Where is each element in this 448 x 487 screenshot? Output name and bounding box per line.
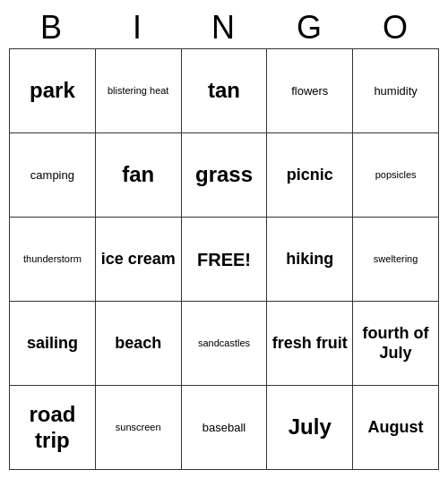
bingo-cell[interactable]: picnic — [267, 133, 353, 218]
bingo-cell[interactable]: fan — [96, 133, 182, 218]
bingo-cell[interactable]: sunscreen — [96, 386, 182, 470]
bingo-cell[interactable]: road trip — [10, 386, 96, 470]
bingo-grid: parkblistering heattanflowershumiditycam… — [9, 48, 439, 470]
bingo-cell[interactable]: popsicles — [353, 133, 439, 218]
bingo-cell[interactable]: sweltering — [353, 218, 439, 302]
bingo-cell[interactable]: thunderstorm — [10, 218, 96, 302]
bingo-cell[interactable]: grass — [182, 133, 268, 218]
bingo-cell[interactable]: August — [353, 386, 439, 470]
bingo-cell[interactable]: flowers — [267, 49, 353, 133]
bingo-card: B I N G O parkblistering heattanflowersh… — [9, 7, 439, 470]
bingo-cell[interactable]: fresh fruit — [267, 302, 353, 386]
header-n: N — [181, 7, 267, 48]
bingo-cell[interactable]: humidity — [353, 49, 439, 133]
header-g: G — [267, 7, 353, 48]
bingo-cell[interactable]: FREE! — [182, 218, 268, 302]
bingo-cell[interactable]: sandcastles — [182, 302, 268, 386]
bingo-cell[interactable]: park — [10, 49, 96, 133]
bingo-cell[interactable]: July — [267, 386, 353, 470]
bingo-cell[interactable]: tan — [182, 49, 268, 133]
bingo-cell[interactable]: camping — [10, 133, 96, 218]
bingo-cell[interactable]: sailing — [10, 302, 96, 386]
bingo-cell[interactable]: baseball — [182, 386, 268, 470]
bingo-cell[interactable]: ice cream — [96, 218, 182, 302]
bingo-header: B I N G O — [9, 7, 439, 48]
header-b: B — [9, 7, 95, 48]
bingo-cell[interactable]: hiking — [267, 218, 353, 302]
header-o: O — [353, 7, 439, 48]
bingo-cell[interactable]: blistering heat — [96, 49, 182, 133]
header-i: I — [95, 7, 181, 48]
bingo-cell[interactable]: fourth of July — [353, 302, 439, 386]
bingo-cell[interactable]: beach — [96, 302, 182, 386]
